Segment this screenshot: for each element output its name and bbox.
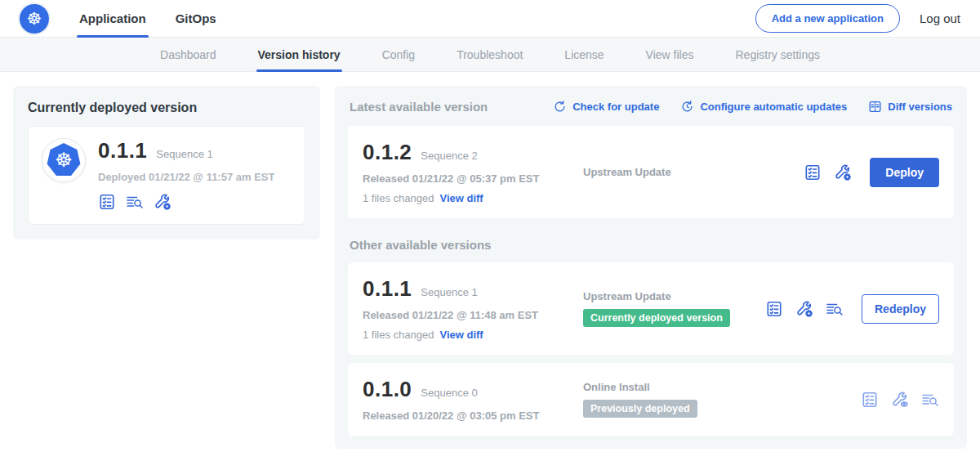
view-diff-link[interactable]: View diff <box>439 192 483 204</box>
tab-registry-settings[interactable]: Registry settings <box>734 38 822 72</box>
edit-config-icon[interactable] <box>834 163 852 181</box>
tab-troubleshoot[interactable]: Troubleshoot <box>455 38 524 72</box>
view-logs-icon[interactable] <box>126 193 144 211</box>
logout-button[interactable]: Log out <box>920 11 960 25</box>
version-number: 0.1.0 <box>363 377 412 402</box>
version-source-label: Upstream Update <box>583 290 765 302</box>
other-available-versions-title: Other available versions <box>350 238 952 252</box>
release-notes-icon[interactable] <box>861 391 879 409</box>
deploy-button[interactable]: Deploy <box>870 158 939 187</box>
edit-config-icon[interactable] <box>795 300 813 318</box>
configure-automatic-updates-label: Configure automatic updates <box>700 101 847 113</box>
diff-icon <box>868 100 882 114</box>
files-changed-label: 1 files changed <box>363 329 434 341</box>
top-nav: ☸ Application GitOps Add a new applicati… <box>0 0 980 38</box>
release-notes-icon[interactable] <box>765 300 783 318</box>
deployed-version-card: ☸ 0.1.1 Sequence 1 Deployed 01/21/22 @ 1… <box>28 126 305 225</box>
diff-versions-link[interactable]: Diff versions <box>868 100 952 114</box>
released-timestamp: Released 01/20/22 @ 03:05 pm EST <box>363 410 573 422</box>
app-logo-ring: ☸ <box>42 138 86 182</box>
deployed-version-number: 0.1.1 <box>98 138 147 163</box>
main-content: Currently deployed version ☸ 0.1.1 Seque… <box>0 72 980 461</box>
currently-deployed-badge: Currently deployed version <box>583 309 730 327</box>
sequence-label: Sequence 0 <box>421 387 477 399</box>
version-number: 0.1.1 <box>363 276 412 302</box>
version-source-label: Upstream Update <box>583 166 804 178</box>
latest-available-title: Latest available version <box>350 100 488 114</box>
redeploy-button[interactable]: Redeploy <box>862 294 939 324</box>
configure-automatic-updates-link[interactable]: Configure automatic updates <box>680 100 847 114</box>
release-notes-icon[interactable] <box>98 193 116 211</box>
sequence-label: Sequence 2 <box>421 150 477 162</box>
previously-deployed-badge: Previously deployed <box>583 400 697 418</box>
tab-application[interactable]: Application <box>77 0 149 38</box>
automatic-updates-icon <box>680 100 694 114</box>
view-config-icon[interactable] <box>891 391 909 409</box>
tab-dashboard[interactable]: Dashboard <box>158 38 218 72</box>
currently-deployed-title: Currently deployed version <box>28 101 305 115</box>
add-new-application-button[interactable]: Add a new application <box>755 4 900 33</box>
tab-view-files[interactable]: View files <box>644 38 696 72</box>
version-source-label: Online Install <box>583 381 861 393</box>
version-card-0-1-2: 0.1.2 Sequence 2 Released 01/21/22 @ 05:… <box>348 126 954 218</box>
deployed-sequence-label: Sequence 1 <box>156 148 212 160</box>
tab-version-history[interactable]: Version history <box>256 38 342 72</box>
check-for-update-link[interactable]: Check for update <box>553 100 659 114</box>
tab-gitops[interactable]: GitOps <box>173 0 219 38</box>
edit-config-icon[interactable] <box>154 193 172 211</box>
view-logs-icon[interactable] <box>921 391 939 409</box>
version-card-0-1-1: 0.1.1 Sequence 1 Released 01/21/22 @ 11:… <box>348 262 954 355</box>
tab-config[interactable]: Config <box>381 38 416 72</box>
deployed-timestamp: Deployed 01/21/22 @ 11:57 am EST <box>98 171 274 183</box>
version-number: 0.1.2 <box>363 140 412 165</box>
kubernetes-app-icon: ☸ <box>47 143 81 177</box>
release-notes-icon[interactable] <box>804 163 822 181</box>
released-timestamp: Released 01/21/22 @ 05:37 pm EST <box>363 172 573 185</box>
diff-versions-label: Diff versions <box>888 101 952 113</box>
tab-license[interactable]: License <box>563 38 605 72</box>
available-versions-panel: Latest available version Check for updat… <box>335 86 967 449</box>
released-timestamp: Released 01/21/22 @ 11:48 am EST <box>363 309 573 321</box>
view-diff-link[interactable]: View diff <box>439 329 483 341</box>
version-card-0-1-0: 0.1.0 Sequence 0 Released 01/20/22 @ 03:… <box>348 363 954 436</box>
check-for-update-label: Check for update <box>572 101 659 113</box>
currently-deployed-panel: Currently deployed version ☸ 0.1.1 Seque… <box>13 86 320 239</box>
sequence-label: Sequence 1 <box>421 286 477 298</box>
refresh-icon <box>553 100 567 114</box>
files-changed-label: 1 files changed <box>363 192 434 204</box>
view-logs-icon[interactable] <box>826 300 844 318</box>
app-sub-nav: Dashboard Version history Config Trouble… <box>0 38 980 72</box>
kubernetes-logo-icon: ☸ <box>20 4 49 34</box>
